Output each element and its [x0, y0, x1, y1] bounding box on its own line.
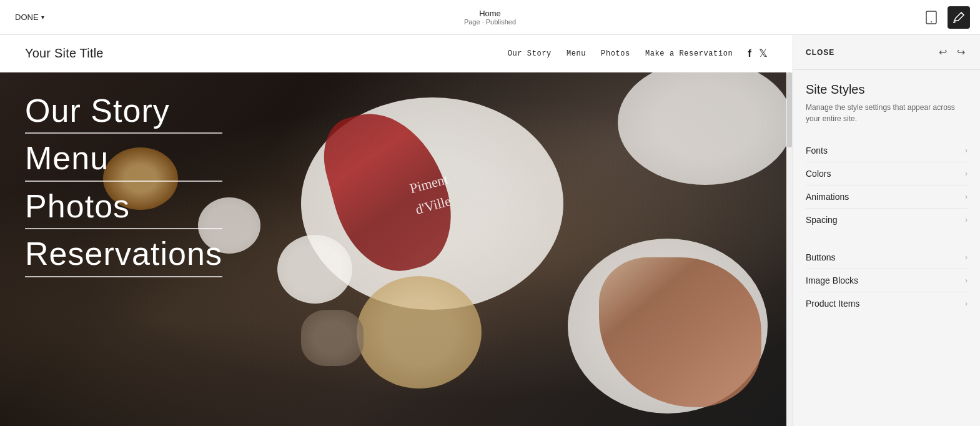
fonts-arrow: › — [965, 146, 968, 155]
hero-nav-reservations[interactable]: Reservations — [25, 234, 222, 277]
close-button[interactable]: CLOSE — [806, 48, 834, 57]
scrollbar-thumb[interactable] — [787, 72, 792, 147]
scrollbar[interactable] — [786, 72, 793, 426]
toolbar-left: DONE ▾ — [10, 10, 49, 24]
panel-title: Site Styles — [806, 82, 968, 97]
twitter-icon[interactable]: 𝕏 — [759, 47, 768, 60]
svg-point-1 — [931, 21, 932, 22]
site-header: Your Site Title Our Story Menu Photos Ma… — [0, 35, 793, 72]
redo-button[interactable]: ↪ — [954, 45, 968, 59]
style-item-animations[interactable]: Animations › — [806, 186, 968, 209]
hero-nav-our-story[interactable]: Our Story — [25, 91, 222, 134]
food-container-small — [301, 310, 364, 366]
image-blocks-arrow: › — [965, 276, 968, 285]
animations-label: Animations — [806, 192, 849, 202]
edit-styles-button[interactable] — [948, 6, 970, 29]
animations-arrow: › — [965, 192, 968, 201]
hero-nav-photos[interactable]: Photos — [25, 187, 222, 229]
group-separator — [806, 236, 968, 246]
menu-overlay: Our Story Menu Photos Reservations — [25, 91, 222, 277]
facebook-icon[interactable]: f — [748, 47, 751, 60]
social-icons: f 𝕏 — [748, 47, 768, 60]
panel-description: Manage the style settings that appear ac… — [806, 102, 968, 124]
fonts-label: Fonts — [806, 146, 828, 156]
undo-button[interactable]: ↩ — [936, 45, 949, 59]
colors-label: Colors — [806, 169, 831, 179]
buttons-arrow: › — [965, 253, 968, 262]
product-items-label: Product Items — [806, 299, 859, 309]
hero-nav-menu[interactable]: Menu — [25, 139, 222, 181]
food-plate-bottom-center — [357, 276, 482, 389]
page-status: Page · Published — [464, 18, 516, 26]
main-area: Your Site Title Our Story Menu Photos Ma… — [0, 35, 980, 426]
undo-redo-controls: ↩ ↪ — [936, 45, 968, 59]
done-label: DONE — [15, 12, 39, 22]
nav-our-story[interactable]: Our Story — [508, 49, 552, 58]
food-bowl-3 — [277, 235, 352, 304]
done-chevron: ▾ — [41, 14, 44, 21]
toolbar: DONE ▾ Home Page · Published — [0, 0, 980, 35]
nav-reservation[interactable]: Make a Reservation — [645, 49, 733, 58]
panel-header: CLOSE ↩ ↪ — [793, 35, 980, 70]
site-title: Your Site Title — [25, 46, 104, 61]
colors-arrow: › — [965, 169, 968, 178]
page-title: Home — [464, 9, 516, 18]
right-panel: CLOSE ↩ ↪ Site Styles Manage the style s… — [793, 35, 980, 426]
style-group-2: Buttons › Image Blocks › Product Items › — [806, 246, 968, 315]
hero-section: Piment d'Ville Our Story Menu Photos Res… — [0, 72, 793, 426]
style-group-1: Fonts › Colors › Animations › Spacing › — [806, 139, 968, 231]
style-item-colors[interactable]: Colors › — [806, 162, 968, 186]
mobile-icon — [926, 11, 937, 24]
nav-photos[interactable]: Photos — [601, 49, 630, 58]
panel-body: Site Styles Manage the style settings th… — [793, 70, 980, 426]
mobile-preview-button[interactable] — [920, 6, 943, 29]
pencil-icon — [953, 12, 964, 23]
toolbar-center: Home Page · Published — [464, 9, 516, 26]
spacing-label: Spacing — [806, 215, 838, 225]
toolbar-right — [920, 6, 970, 29]
preview-area: Your Site Title Our Story Menu Photos Ma… — [0, 35, 793, 426]
style-item-buttons[interactable]: Buttons › — [806, 246, 968, 269]
image-blocks-label: Image Blocks — [806, 275, 858, 285]
nav-menu[interactable]: Menu — [567, 49, 586, 58]
buttons-label: Buttons — [806, 252, 835, 262]
style-item-spacing[interactable]: Spacing › — [806, 209, 968, 231]
product-items-arrow: › — [965, 299, 968, 308]
done-button[interactable]: DONE ▾ — [10, 10, 49, 24]
site-nav: Our Story Menu Photos Make a Reservation… — [508, 47, 768, 60]
style-item-fonts[interactable]: Fonts › — [806, 139, 968, 162]
style-item-image-blocks[interactable]: Image Blocks › — [806, 269, 968, 292]
style-item-product-items[interactable]: Product Items › — [806, 292, 968, 315]
spacing-arrow: › — [965, 215, 968, 224]
